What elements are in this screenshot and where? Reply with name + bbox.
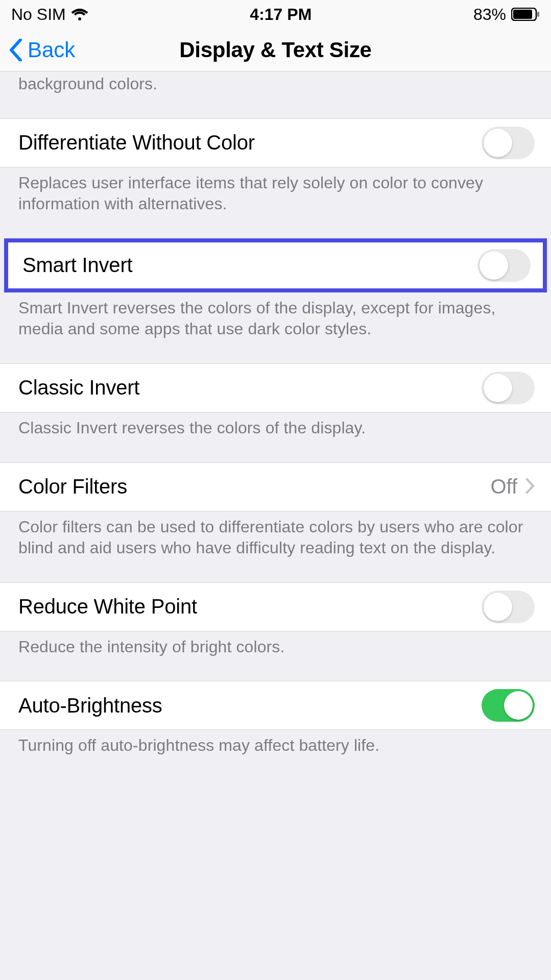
row-label: Reduce White Point [18,595,197,618]
row-label: Differentiate Without Color [18,131,255,154]
row-reduce-white-point-footer: Reduce the intensity of bright colors. [0,631,551,681]
toggle-smart-invert[interactable] [477,249,531,282]
toggle-classic-invert[interactable] [482,372,535,404]
battery-percent: 83% [473,5,506,24]
toggle-auto-brightness[interactable] [482,689,535,722]
row-label: Classic Invert [18,376,139,399]
nav-bar: Back Display & Text Size [0,29,551,71]
toggle-reduce-white-point[interactable] [482,591,535,623]
battery-icon [511,8,540,21]
carrier-label: No SIM [11,5,66,24]
row-auto-brightness[interactable]: Auto-Brightness [0,681,551,730]
row-label: Smart Invert [22,254,132,277]
row-value: Off [490,475,517,498]
status-time: 4:17 PM [250,5,312,24]
highlight-smart-invert: Smart Invert [4,238,547,292]
page-title: Display & Text Size [179,38,371,62]
chevron-right-icon [525,478,535,496]
svg-rect-1 [513,10,532,19]
svg-rect-2 [537,12,539,17]
row-label: Color Filters [18,475,127,498]
row-classic-invert[interactable]: Classic Invert [0,363,551,412]
row-color-filters[interactable]: Color Filters Off [0,462,551,511]
toggle-differentiate-without-color[interactable] [482,127,535,159]
prior-row-footer-fragment: background colors. [0,71,551,118]
wifi-icon [71,8,88,21]
status-right: 83% [473,5,540,24]
row-smart-invert-footer: Smart Invert reverses the colors of the … [0,292,551,363]
settings-content: background colors. Differentiate Without… [0,71,551,780]
back-button[interactable]: Back [6,38,75,62]
back-label: Back [28,38,75,62]
row-auto-brightness-footer: Turning off auto-brightness may affect b… [0,730,551,780]
row-color-filters-footer: Color filters can be used to differentia… [0,511,551,582]
row-differentiate-without-color[interactable]: Differentiate Without Color [0,118,551,167]
status-left: No SIM [11,5,88,24]
row-smart-invert[interactable]: Smart Invert [4,238,547,292]
row-reduce-white-point[interactable]: Reduce White Point [0,582,551,631]
row-classic-invert-footer: Classic Invert reverses the colors of th… [0,412,551,462]
row-differentiate-without-color-footer: Replaces user interface items that rely … [0,167,551,238]
status-bar: No SIM 4:17 PM 83% [0,0,551,29]
chevron-left-icon [6,38,26,62]
row-label: Auto-Brightness [18,694,162,717]
